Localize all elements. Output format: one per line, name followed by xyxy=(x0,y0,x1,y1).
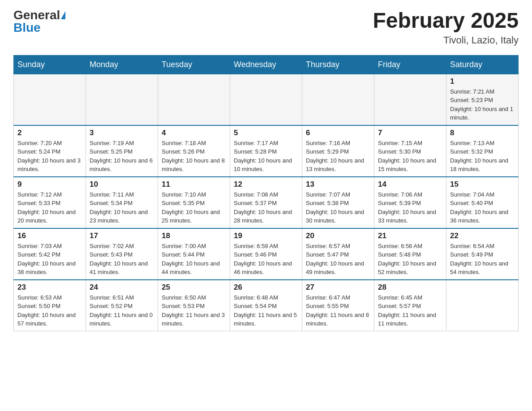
day-info: Sunrise: 6:56 AMSunset: 5:48 PMDaylight:… xyxy=(378,242,442,277)
day-info: Sunrise: 7:15 AMSunset: 5:30 PMDaylight:… xyxy=(378,139,442,174)
day-info: Sunrise: 6:51 AMSunset: 5:52 PMDaylight:… xyxy=(90,293,154,328)
calendar-week-row: 9Sunrise: 7:12 AMSunset: 5:33 PMDaylight… xyxy=(14,177,519,228)
day-number: 6 xyxy=(306,128,370,137)
month-title: February 2025 xyxy=(373,9,519,33)
day-number: 5 xyxy=(234,128,298,137)
calendar-day-cell xyxy=(86,74,158,125)
calendar-day-cell: 13Sunrise: 7:07 AMSunset: 5:38 PMDayligh… xyxy=(302,177,374,228)
calendar-day-cell: 19Sunrise: 6:59 AMSunset: 5:46 PMDayligh… xyxy=(230,228,302,280)
day-info: Sunrise: 6:54 AMSunset: 5:49 PMDaylight:… xyxy=(450,242,515,277)
logo-blue-text: Blue xyxy=(13,21,41,34)
day-info: Sunrise: 6:50 AMSunset: 5:53 PMDaylight:… xyxy=(162,293,226,328)
day-number: 21 xyxy=(378,231,442,240)
calendar-day-cell: 7Sunrise: 7:15 AMSunset: 5:30 PMDaylight… xyxy=(374,125,446,177)
calendar-day-cell: 5Sunrise: 7:17 AMSunset: 5:28 PMDaylight… xyxy=(230,125,302,177)
day-info: Sunrise: 7:07 AMSunset: 5:38 PMDaylight:… xyxy=(306,190,370,225)
day-info: Sunrise: 7:16 AMSunset: 5:29 PMDaylight:… xyxy=(306,139,370,174)
days-header-row: SundayMondayTuesdayWednesdayThursdayFrid… xyxy=(14,55,519,74)
calendar-day-cell: 14Sunrise: 7:06 AMSunset: 5:39 PMDayligh… xyxy=(374,177,446,228)
day-info: Sunrise: 6:48 AMSunset: 5:54 PMDaylight:… xyxy=(234,293,298,328)
day-of-week-header: Friday xyxy=(374,55,446,74)
day-of-week-header: Tuesday xyxy=(158,55,230,74)
calendar-day-cell xyxy=(302,74,374,125)
day-of-week-header: Sunday xyxy=(14,55,86,74)
logo: General Blue xyxy=(13,9,65,34)
day-number: 23 xyxy=(17,283,82,292)
day-of-week-header: Thursday xyxy=(302,55,374,74)
calendar-day-cell: 21Sunrise: 6:56 AMSunset: 5:48 PMDayligh… xyxy=(374,228,446,280)
day-number: 13 xyxy=(306,180,370,189)
day-number: 11 xyxy=(162,180,226,189)
calendar-week-row: 2Sunrise: 7:20 AMSunset: 5:24 PMDaylight… xyxy=(14,125,519,177)
calendar-day-cell: 1Sunrise: 7:21 AMSunset: 5:23 PMDaylight… xyxy=(446,74,519,125)
calendar-day-cell: 3Sunrise: 7:19 AMSunset: 5:25 PMDaylight… xyxy=(86,125,158,177)
calendar-day-cell xyxy=(446,280,519,331)
day-info: Sunrise: 7:08 AMSunset: 5:37 PMDaylight:… xyxy=(234,190,298,225)
day-number: 14 xyxy=(378,180,442,189)
calendar-day-cell: 26Sunrise: 6:48 AMSunset: 5:54 PMDayligh… xyxy=(230,280,302,331)
calendar-day-cell: 2Sunrise: 7:20 AMSunset: 5:24 PMDaylight… xyxy=(14,125,86,177)
day-info: Sunrise: 7:04 AMSunset: 5:40 PMDaylight:… xyxy=(450,190,515,225)
day-number: 12 xyxy=(234,180,298,189)
day-number: 26 xyxy=(234,283,298,292)
day-number: 16 xyxy=(17,231,82,240)
title-area: February 2025 Tivoli, Lazio, Italy xyxy=(373,9,519,46)
day-info: Sunrise: 7:21 AMSunset: 5:23 PMDaylight:… xyxy=(450,87,515,122)
day-info: Sunrise: 6:53 AMSunset: 5:50 PMDaylight:… xyxy=(17,293,82,328)
calendar-day-cell: 17Sunrise: 7:02 AMSunset: 5:43 PMDayligh… xyxy=(86,228,158,280)
day-info: Sunrise: 7:11 AMSunset: 5:34 PMDaylight:… xyxy=(90,190,154,225)
day-number: 9 xyxy=(17,180,82,189)
calendar-day-cell xyxy=(14,74,86,125)
day-number: 15 xyxy=(450,180,515,189)
calendar-day-cell xyxy=(374,74,446,125)
calendar-day-cell xyxy=(230,74,302,125)
day-number: 1 xyxy=(450,77,515,86)
calendar-day-cell: 8Sunrise: 7:13 AMSunset: 5:32 PMDaylight… xyxy=(446,125,519,177)
day-number: 17 xyxy=(90,231,154,240)
day-number: 22 xyxy=(450,231,515,240)
day-number: 27 xyxy=(306,283,370,292)
day-info: Sunrise: 7:06 AMSunset: 5:39 PMDaylight:… xyxy=(378,190,442,225)
calendar-day-cell: 6Sunrise: 7:16 AMSunset: 5:29 PMDaylight… xyxy=(302,125,374,177)
day-number: 25 xyxy=(162,283,226,292)
day-of-week-header: Wednesday xyxy=(230,55,302,74)
page-header: General Blue February 2025 Tivoli, Lazio… xyxy=(13,9,519,46)
calendar-table: SundayMondayTuesdayWednesdayThursdayFrid… xyxy=(13,55,519,331)
day-number: 3 xyxy=(90,128,154,137)
day-info: Sunrise: 7:19 AMSunset: 5:25 PMDaylight:… xyxy=(90,139,154,174)
day-info: Sunrise: 7:03 AMSunset: 5:42 PMDaylight:… xyxy=(17,242,82,277)
calendar-day-cell: 24Sunrise: 6:51 AMSunset: 5:52 PMDayligh… xyxy=(86,280,158,331)
day-info: Sunrise: 7:20 AMSunset: 5:24 PMDaylight:… xyxy=(17,139,82,174)
day-number: 28 xyxy=(378,283,442,292)
day-number: 18 xyxy=(162,231,226,240)
calendar-day-cell: 4Sunrise: 7:18 AMSunset: 5:26 PMDaylight… xyxy=(158,125,230,177)
calendar-day-cell xyxy=(158,74,230,125)
day-info: Sunrise: 6:47 AMSunset: 5:55 PMDaylight:… xyxy=(306,293,370,328)
day-info: Sunrise: 6:45 AMSunset: 5:57 PMDaylight:… xyxy=(378,293,442,328)
day-info: Sunrise: 7:18 AMSunset: 5:26 PMDaylight:… xyxy=(162,139,226,174)
day-info: Sunrise: 7:00 AMSunset: 5:44 PMDaylight:… xyxy=(162,242,226,277)
calendar-day-cell: 9Sunrise: 7:12 AMSunset: 5:33 PMDaylight… xyxy=(14,177,86,228)
day-info: Sunrise: 6:59 AMSunset: 5:46 PMDaylight:… xyxy=(234,242,298,277)
calendar-day-cell: 22Sunrise: 6:54 AMSunset: 5:49 PMDayligh… xyxy=(446,228,519,280)
day-info: Sunrise: 7:10 AMSunset: 5:35 PMDaylight:… xyxy=(162,190,226,225)
day-number: 19 xyxy=(234,231,298,240)
calendar-day-cell: 27Sunrise: 6:47 AMSunset: 5:55 PMDayligh… xyxy=(302,280,374,331)
calendar-day-cell: 20Sunrise: 6:57 AMSunset: 5:47 PMDayligh… xyxy=(302,228,374,280)
day-number: 10 xyxy=(90,180,154,189)
calendar-day-cell: 15Sunrise: 7:04 AMSunset: 5:40 PMDayligh… xyxy=(446,177,519,228)
day-info: Sunrise: 6:57 AMSunset: 5:47 PMDaylight:… xyxy=(306,242,370,277)
day-of-week-header: Saturday xyxy=(446,55,519,74)
day-number: 20 xyxy=(306,231,370,240)
logo-triangle-icon xyxy=(61,11,65,19)
calendar-day-cell: 11Sunrise: 7:10 AMSunset: 5:35 PMDayligh… xyxy=(158,177,230,228)
logo-general-text: General xyxy=(13,9,60,21)
calendar-day-cell: 23Sunrise: 6:53 AMSunset: 5:50 PMDayligh… xyxy=(14,280,86,331)
day-number: 24 xyxy=(90,283,154,292)
day-number: 2 xyxy=(17,128,82,137)
day-number: 4 xyxy=(162,128,226,137)
calendar-day-cell: 25Sunrise: 6:50 AMSunset: 5:53 PMDayligh… xyxy=(158,280,230,331)
calendar-day-cell: 16Sunrise: 7:03 AMSunset: 5:42 PMDayligh… xyxy=(14,228,86,280)
day-number: 8 xyxy=(450,128,515,137)
day-info: Sunrise: 7:13 AMSunset: 5:32 PMDaylight:… xyxy=(450,139,515,174)
